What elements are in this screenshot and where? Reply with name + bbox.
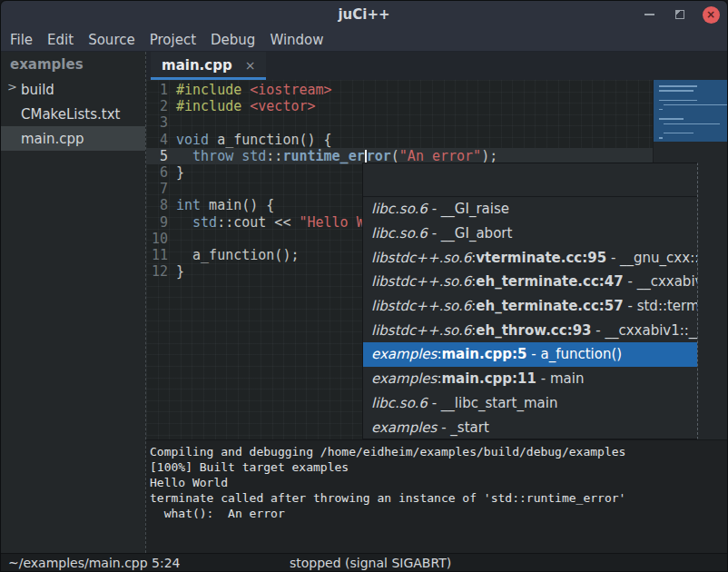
status-bar: ~/examples/main.cpp 5:24 stopped (signal… — [1, 553, 727, 572]
backtrace-item-part: - __GI_raise — [428, 201, 509, 217]
terminal-output[interactable]: Compiling and debugging /home/eidheim/ex… — [146, 439, 728, 553]
sidebar-item-build[interactable]: >build — [1, 77, 145, 102]
code-token: :: — [266, 148, 282, 164]
code-token: "Hello W — [299, 214, 364, 231]
line-number: 8 — [146, 197, 173, 213]
menu-item-debug[interactable]: Debug — [211, 32, 255, 48]
minimap-code-line — [659, 100, 697, 102]
code-line-1[interactable]: 1#include <iostream> — [146, 82, 653, 98]
terminal-line: [100%] Built target examples — [150, 459, 728, 475]
code-text: } — [173, 263, 184, 280]
code-token: a_function(); — [176, 247, 299, 263]
code-token: ::cout << — [217, 214, 299, 231]
chevron-right-icon[interactable]: > — [7, 80, 17, 94]
tab-label: main.cpp — [162, 57, 232, 74]
code-token: <vector> — [250, 98, 315, 114]
minimap-code-line — [659, 118, 684, 120]
backtrace-item[interactable]: libc.so.6 - __GI_abort — [363, 222, 697, 246]
backtrace-item-part: examples — [371, 419, 437, 436]
line-number: 1 — [146, 82, 173, 98]
backtrace-item[interactable]: examples - _start — [363, 415, 697, 439]
backtrace-popup-header — [363, 163, 697, 197]
code-text: a_function(); — [173, 247, 299, 263]
code-text: std::cout << "Hello W — [173, 214, 365, 231]
sidebar-item-main-cpp[interactable]: main.cpp — [1, 126, 145, 151]
window-title: juCi++ — [338, 6, 389, 23]
menu-bar: FileEditSourceProjectDebugWindow — [1, 28, 727, 52]
sidebar-item-label: main.cpp — [21, 131, 84, 147]
backtrace-item[interactable]: libc.so.6 - __GI_raise — [363, 197, 697, 222]
menu-item-file[interactable]: File — [10, 32, 33, 48]
restore-icon — [675, 10, 684, 19]
backtrace-item-part: examples — [371, 346, 437, 362]
backtrace-item-part: libstdc++.so.6 — [371, 250, 471, 266]
code-token: #include — [176, 98, 241, 114]
backtrace-item[interactable]: libstdc++.so.6:eh_terminate.cc:57 - std:… — [363, 294, 697, 319]
code-line-4[interactable]: 4void a_function() { — [146, 132, 653, 148]
backtrace-item-part: main.cpp:11 — [441, 370, 536, 387]
minimize-button[interactable] — [640, 5, 658, 24]
line-number: 12 — [146, 263, 173, 280]
backtrace-item-part: - std::terminate() — [624, 298, 697, 314]
backtrace-item-part: examples — [371, 370, 437, 387]
code-line-2[interactable]: 2#include <vector> — [146, 98, 653, 114]
menu-item-window[interactable]: Window — [270, 32, 323, 48]
backtrace-item[interactable]: libc.so.6 - __libc_start_main — [363, 391, 697, 416]
code-token — [176, 214, 192, 231]
backtrace-item-part: libstdc++.so.6 — [371, 298, 471, 314]
backtrace-item[interactable]: libstdc++.so.6:eh_terminate.cc:47 - __cx… — [363, 270, 697, 294]
code-token: main() { — [201, 197, 274, 213]
minimap-viewport[interactable] — [654, 80, 728, 142]
menu-item-source[interactable]: Source — [88, 32, 135, 48]
backtrace-item[interactable]: libstdc++.so.6:eh_throw.cc:93 - __cxxabi… — [363, 318, 697, 342]
close-button[interactable]: × — [702, 5, 720, 24]
backtrace-item[interactable]: examples:main.cpp:5 - a_function() — [363, 342, 697, 367]
minimap-code-line — [659, 85, 697, 87]
tab-main-cpp[interactable]: main.cpp× — [151, 52, 266, 80]
file-tree: >buildCMakeLists.txtmain.cpp — [1, 77, 145, 151]
minimap-code-line — [664, 104, 728, 106]
minimap-code-line — [664, 123, 720, 125]
code-text: void a_function() { — [173, 132, 332, 148]
backtrace-item-part: - __GI_abort — [428, 225, 512, 242]
backtrace-item[interactable]: examples:main.cpp:11 - main — [363, 367, 697, 391]
minimap-code-line — [659, 90, 694, 92]
terminal-line: what(): An error — [150, 506, 728, 521]
code-token: <iostream> — [250, 82, 331, 98]
restore-button[interactable] — [671, 5, 689, 24]
backtrace-item-part: eh_terminate.cc:47 — [476, 273, 623, 290]
terminal-line: terminate called after throwing an insta… — [150, 490, 728, 506]
menu-item-edit[interactable]: Edit — [47, 32, 74, 48]
tab-bar: main.cpp× — [146, 52, 728, 80]
backtrace-item[interactable]: libstdc++.so.6:vterminate.cc:95 - __gnu_… — [363, 245, 697, 270]
line-number: 10 — [146, 231, 173, 247]
sidebar-item-cmakelists-txt[interactable]: CMakeLists.txt — [1, 102, 145, 126]
backtrace-list: libc.so.6 - __GI_raiselibc.so.6 - __GI_a… — [363, 197, 697, 439]
code-text — [173, 231, 176, 247]
code-token: } — [176, 164, 184, 181]
title-bar[interactable]: juCi++ × — [1, 1, 727, 28]
status-file-location: ~/examples/main.cpp 5:24 — [8, 556, 181, 570]
line-number: 7 — [146, 181, 173, 197]
terminal-line: Compiling and debugging /home/eidheim/ex… — [150, 444, 728, 459]
code-token: a_function() { — [209, 132, 331, 148]
sidebar-item-label: CMakeLists.txt — [21, 106, 120, 123]
window-controls: × — [640, 1, 720, 28]
backtrace-item-part: - _start — [437, 419, 488, 436]
code-text: #include <iostream> — [173, 82, 332, 98]
juci-window: juCi++ × FileEditSourceProjectDebugWindo… — [0, 0, 728, 572]
code-token — [233, 148, 241, 164]
code-line-3[interactable]: 3 — [146, 114, 653, 131]
backtrace-popup: libc.so.6 - __GI_raiselibc.so.6 - __GI_a… — [362, 163, 698, 439]
terminal-line: Hello World — [150, 475, 728, 490]
backtrace-item-part: libc.so.6 — [371, 201, 428, 217]
line-number: 3 — [146, 114, 173, 131]
code-token: #include — [176, 82, 241, 98]
sidebar-item-label: build — [21, 82, 54, 98]
minimap-code-line — [659, 109, 663, 111]
close-tab-icon[interactable]: × — [245, 58, 256, 73]
project-sidebar: examples >buildCMakeLists.txtmain.cpp — [1, 52, 145, 553]
line-number: 11 — [146, 247, 173, 263]
backtrace-item-part: - main — [536, 370, 584, 387]
menu-item-project[interactable]: Project — [150, 32, 196, 48]
